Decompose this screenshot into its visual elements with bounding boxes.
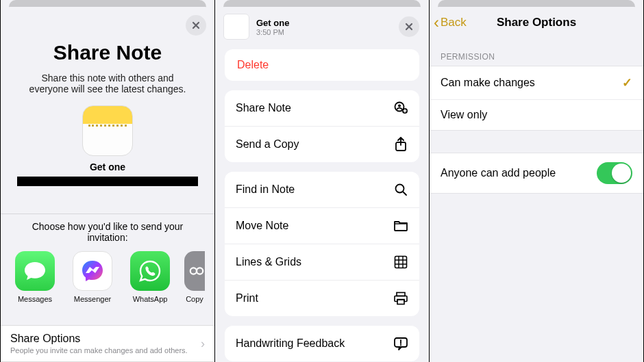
nav-bar: ‹ Back Share Options (430, 7, 643, 38)
share-icon (393, 137, 408, 152)
copy-icon (184, 251, 205, 291)
app-messenger-label: Messenger (69, 295, 116, 303)
svg-point-0 (190, 268, 197, 274)
share-options-title: Share Options (10, 333, 201, 345)
print-row[interactable]: Print (225, 280, 419, 316)
lines-grids-label: Lines & Grids (236, 256, 301, 268)
chevron-right-icon: › (201, 337, 205, 351)
folder-icon (393, 218, 408, 233)
find-in-note-row[interactable]: Find in Note (225, 172, 419, 207)
app-messages[interactable]: Messages (12, 251, 58, 303)
send-copy-label: Send a Copy (236, 138, 299, 151)
app-messenger[interactable]: Messenger (69, 251, 116, 303)
share-note-panel: Share Note Share this note with others a… (0, 0, 214, 362)
anyone-can-add-label: Anyone can add people (441, 167, 556, 179)
toggle-switch-on[interactable] (597, 162, 632, 184)
share-note-subtitle: Share this note with others and everyone… (24, 73, 191, 94)
find-in-note-label: Find in Note (236, 183, 295, 196)
action-group-share: Share Note Send a Copy (225, 90, 419, 162)
close-button[interactable] (186, 15, 206, 36)
share-options-subtitle: People you invite can make changes and a… (10, 346, 201, 354)
handwriting-feedback-label: Handwriting Feedback (236, 337, 345, 350)
permission-can-change-label: Can make changes (441, 77, 535, 89)
anyone-add-list: Anyone can add people (430, 153, 643, 194)
whatsapp-icon (130, 251, 170, 291)
note-thumbnail (223, 14, 249, 40)
share-app-row: Messages Messenger (1, 251, 214, 303)
print-icon (393, 291, 408, 306)
checkmark-icon: ✓ (622, 75, 632, 90)
app-copy-partial[interactable]: Copy (184, 251, 205, 303)
note-actions-sheet: Get one 3:50 PM Delete Share Note Send a… (215, 7, 429, 362)
collaborate-icon (393, 101, 408, 116)
choose-invitation-label: Choose how you'd like to send your invit… (21, 221, 194, 243)
close-icon (404, 22, 414, 31)
delete-button[interactable]: Delete (225, 49, 419, 81)
permission-section-label: PERMISSION (441, 52, 632, 62)
note-title-label: Get one (1, 161, 214, 172)
delete-label: Delete (237, 59, 269, 70)
invitation-section: Choose how you'd like to send your invit… (1, 214, 214, 362)
close-button[interactable] (399, 16, 419, 37)
permission-view-only[interactable]: View only (430, 99, 643, 130)
redacted-bar (17, 177, 198, 186)
back-button[interactable]: ‹ Back (430, 16, 467, 29)
permission-list: Can make changes ✓ View only (430, 66, 643, 131)
note-header-title: Get one (256, 18, 289, 28)
send-copy-row[interactable]: Send a Copy (225, 126, 419, 162)
svg-rect-7 (395, 257, 407, 268)
messages-icon (15, 251, 55, 291)
permission-can-make-changes[interactable]: Can make changes ✓ (430, 66, 643, 99)
handwriting-feedback-row[interactable]: Handwriting Feedback (225, 326, 419, 361)
share-note-title: Share Note (1, 41, 214, 64)
app-copy-label: Copy (184, 295, 205, 303)
print-label: Print (236, 292, 258, 305)
action-group-edit: Find in Note Move Note Lines & Grids Pri… (225, 172, 419, 316)
app-messages-label: Messages (12, 295, 58, 303)
svg-rect-9 (397, 300, 404, 305)
app-whatsapp[interactable]: WhatsApp (127, 251, 173, 303)
share-options-panel: ‹ Back Share Options PERMISSION Can make… (429, 0, 643, 362)
move-note-label: Move Note (236, 220, 288, 232)
share-note-row[interactable]: Share Note (225, 90, 419, 126)
search-icon (393, 182, 408, 197)
note-actions-panel: Get one 3:50 PM Delete Share Note Send a… (214, 0, 429, 362)
permission-view-only-label: View only (441, 109, 487, 121)
share-note-sheet: Share Note Share this note with others a… (1, 7, 214, 362)
share-options-sheet: ‹ Back Share Options PERMISSION Can make… (430, 7, 643, 362)
messenger-icon (73, 251, 112, 291)
anyone-can-add-row[interactable]: Anyone can add people (430, 153, 643, 193)
note-header-timestamp: 3:50 PM (256, 28, 289, 36)
grid-icon (393, 255, 408, 270)
move-note-row[interactable]: Move Note (225, 207, 419, 244)
notes-app-icon (82, 105, 133, 156)
back-label: Back (441, 16, 467, 29)
lines-grids-row[interactable]: Lines & Grids (225, 244, 419, 280)
feedback-icon (393, 336, 408, 351)
note-header: Get one 3:50 PM (215, 7, 429, 49)
share-note-label: Share Note (236, 102, 291, 114)
svg-point-1 (197, 268, 203, 274)
svg-point-3 (398, 105, 401, 107)
close-icon (191, 21, 201, 30)
share-options-button[interactable]: Share Options People you invite can make… (1, 325, 214, 362)
action-group-feedback: Handwriting Feedback (225, 326, 419, 361)
app-whatsapp-label: WhatsApp (127, 295, 173, 303)
